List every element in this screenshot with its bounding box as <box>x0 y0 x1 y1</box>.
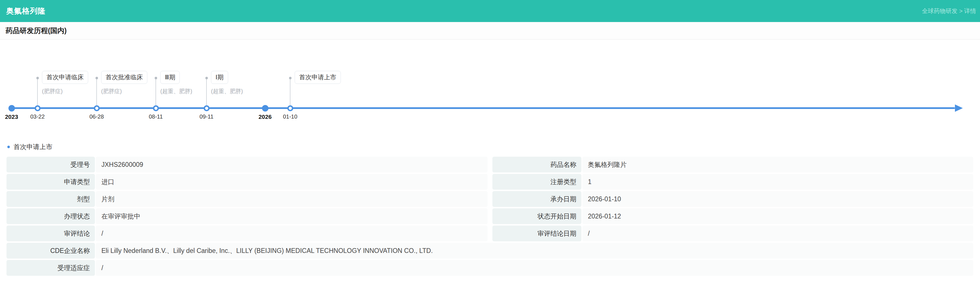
table-row-label: 承办日期 <box>492 191 581 207</box>
table-row-label: 审评结论日期 <box>492 226 581 241</box>
detail-table: 受理号JXHS2600009申请类型进口剂型片剂办理状态在审评审批中审评结论/药… <box>0 0 980 282</box>
table-row-label: 状态开始日期 <box>492 208 581 224</box>
table-row-label: CDE企业名称 <box>6 243 95 259</box>
table-row-value: JXHS2600009 <box>96 157 488 173</box>
table-row-value: 片剂 <box>96 191 488 207</box>
table-row-label: 审评结论 <box>6 226 95 241</box>
table-row-label: 办理状态 <box>6 208 95 224</box>
table-row-value: / <box>96 260 973 276</box>
table-row-label: 申请类型 <box>6 174 95 190</box>
table-row-value: / <box>96 226 488 241</box>
table-row-label: 受理适应症 <box>6 260 95 276</box>
table-row-label: 注册类型 <box>492 174 581 190</box>
table-row-value: 奥氟格列隆片 <box>582 157 973 173</box>
table-row-value: 进口 <box>96 174 488 190</box>
table-row-value: / <box>582 226 973 241</box>
table-row-label: 剂型 <box>6 191 95 207</box>
table-row-value: 2026-01-12 <box>582 208 973 224</box>
table-row-label: 药品名称 <box>492 157 581 173</box>
table-row-value: Eli Lilly Nederland B.V.、Lilly del Carib… <box>96 243 973 259</box>
table-row-value: 1 <box>582 174 973 190</box>
table-row-label: 受理号 <box>6 157 95 173</box>
table-row-value: 在审评审批中 <box>96 208 488 224</box>
table-row-value: 2026-01-10 <box>582 191 973 207</box>
page: 奥氟格列隆 全球药物研发 > 详情 药品研发历程(国内) 2023首次申请临床(… <box>0 0 980 282</box>
